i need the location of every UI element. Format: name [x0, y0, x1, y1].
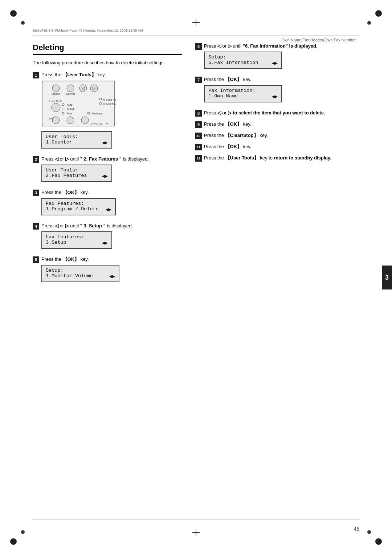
step-10-num: 10	[195, 133, 202, 139]
svg-text:Halftone: Halftone	[92, 112, 102, 115]
step-2-text: Press ◁ or ▷ until " 2. Fax Features " i…	[41, 156, 149, 162]
svg-point-1	[52, 85, 60, 92]
inner-mark-tr	[367, 21, 371, 25]
step-7-text: Press the 【OK】 key.	[204, 76, 252, 83]
svg-text:Option: Option	[52, 92, 60, 96]
step-7-num: 7	[195, 77, 202, 83]
file-info: StellaF1EN-3_FM.book Page 45 Monday, Nov…	[33, 28, 143, 32]
svg-text:↵: ↵	[106, 122, 109, 125]
step-11: 11 Press the 【OK】 key.	[195, 143, 356, 150]
crosshair-top-center	[192, 19, 200, 26]
step-8: 8 Press ◁ or ▷ to select the item that y…	[195, 110, 356, 117]
corner-mark-tr	[375, 10, 382, 17]
step-1: 1 Press the 【User Tools】 key. Option Can…	[33, 72, 182, 151]
step-6-text: Press ◁ or ▷ until "6. Fax Information" …	[204, 43, 318, 49]
step-3-num: 3	[33, 190, 39, 196]
svg-point-14	[52, 103, 60, 112]
step-2-num: 2	[33, 156, 39, 163]
step-12-num: 12	[195, 155, 202, 162]
svg-text:🖨 Load Paper: 🖨 Load Paper	[102, 98, 116, 101]
step-10-header: 10 Press the 【Clear/Stop】 key.	[195, 132, 356, 139]
display-step6: Setup: 6.Fax Information ◀▶	[204, 52, 282, 69]
step-5-text: Press the 【OK】 key.	[41, 256, 89, 263]
step-8-text: Press ◁ or ▷ to select the item that you…	[204, 110, 325, 116]
svg-text:Fine: Fine	[67, 112, 72, 115]
tab-label: 3	[385, 274, 389, 281]
step-1-text: Press the 【User Tools】 key.	[41, 72, 106, 78]
step-5: 5 Press the 【OK】 key. Setup: 1.Monitor V…	[33, 256, 182, 285]
display-step2-line2: 2.Fax Features ◀▶	[46, 173, 108, 179]
svg-point-3	[67, 85, 74, 92]
svg-point-26	[81, 117, 89, 124]
step-2-header: 2 Press ◁ or ▷ until " 2. Fax Features "…	[33, 156, 182, 163]
display-step7-line1: Fax Information:	[208, 88, 278, 93]
step-4: 4 Press ◁ or ▷ until " 3. Setup " is dis…	[33, 223, 182, 252]
step-6-header: 6 Press ◁ or ▷ until "6. Fax Information…	[195, 43, 356, 50]
step-2: 2 Press ◁ or ▷ until " 2. Fax Features "…	[33, 156, 182, 185]
svg-text:◁: ◁	[82, 86, 85, 90]
step-9-header: 9 Press the 【OK】 key.	[195, 121, 356, 128]
svg-point-25	[67, 117, 74, 124]
step-11-num: 11	[195, 144, 202, 150]
display-step6-line2: 6.Fax Information ◀▶	[208, 60, 278, 66]
display-step6-line1: Setup:	[208, 54, 278, 60]
step-7: 7 Press the 【OK】 key. Fax Information: 1…	[195, 76, 356, 105]
svg-text:User Tools: User Tools	[49, 100, 62, 103]
display-step4-line1: Fax Features:	[46, 234, 108, 240]
display-step4: Fax Features: 3.Setup ◀▶	[41, 231, 112, 249]
footer-line	[33, 519, 359, 519]
step-12-header: 12 Press the 【User Tools】 key to return …	[195, 155, 356, 162]
step-10: 10 Press the 【Clear/Stop】 key.	[195, 132, 356, 139]
step-9-num: 9	[195, 121, 202, 128]
corner-mark-br	[375, 538, 382, 545]
svg-text:Auto: Auto	[67, 103, 72, 106]
inner-mark-tl	[21, 21, 25, 25]
step-4-header: 4 Press ◁ or ▷ until " 3. Setup " is dis…	[33, 223, 182, 230]
step-10-text: Press the 【Clear/Stop】 key.	[204, 132, 268, 139]
step-6-num: 6	[195, 43, 202, 50]
inner-mark-br	[367, 530, 371, 534]
header-right-label: Own Name/Fax Header/Own Fax Number	[33, 38, 356, 42]
display-step1-line2: 1.Counter ◀▶	[46, 139, 108, 146]
display-step7: Fax Information: 1.Own Name ◀▶	[204, 85, 282, 102]
step-9-text: Press the 【OK】 key.	[204, 121, 252, 127]
svg-text:ZFWS145E: ZFWS145E	[90, 122, 103, 125]
step-4-num: 4	[33, 223, 39, 230]
svg-text:Cancel: Cancel	[66, 92, 75, 96]
page-number: 45	[354, 526, 359, 532]
display-step1: User Tools: 1.Counter ◀▶	[41, 131, 112, 149]
corner-mark-tl	[10, 10, 17, 17]
step-11-text: Press the 【OK】 key.	[204, 143, 252, 150]
display-step1-arrow: ◀▶	[102, 139, 108, 146]
step-3-text: Press the 【OK】 key.	[41, 189, 89, 196]
display-step5-line1: Setup:	[46, 268, 115, 273]
device-svg: Option Cancel ◁ ▷ 🖨 Load Paper 🖨 Add Ton…	[41, 80, 116, 127]
step-6: 6 Press ◁ or ▷ until "6. Fax Information…	[195, 43, 356, 72]
section-title: Deleting	[33, 43, 182, 55]
right-column: 6 Press ◁ or ▷ until "6. Fax Information…	[189, 43, 356, 526]
display-step1-line1: User Tools:	[46, 134, 108, 139]
display-step5: Setup: 1.Monitor Volume ◀▶	[41, 265, 119, 282]
page-header: StellaF1EN-3_FM.book Page 45 Monday, Nov…	[33, 28, 359, 32]
step-4-text: Press ◁ or ▷ until " 3. Setup " is displ…	[41, 223, 133, 229]
step-3-header: 3 Press the 【OK】 key.	[33, 189, 182, 196]
step-12-text: Press the 【User Tools】 key to return to …	[204, 155, 331, 161]
main-content: Deleting The following procedure describ…	[33, 43, 356, 526]
step-12: 12 Press the 【User Tools】 key to return …	[195, 155, 356, 162]
display-step7-line2: 1.Own Name ◀▶	[208, 93, 278, 100]
crosshair-bottom-center	[192, 529, 200, 536]
tab-marker: 3	[382, 266, 392, 289]
svg-point-24	[52, 117, 60, 124]
header-line	[33, 36, 359, 36]
step-3: 3 Press the 【OK】 key. Fax Features: 1.Pr…	[33, 189, 182, 218]
step-11-header: 11 Press the 【OK】 key.	[195, 143, 356, 150]
svg-text:🖨 Add Toner: 🖨 Add Toner	[102, 102, 116, 106]
step-1-num: 1	[33, 72, 39, 78]
display-step2-line1: User Tools:	[46, 167, 108, 173]
step-5-num: 5	[33, 256, 39, 263]
corner-mark-bl	[10, 538, 17, 545]
step-8-num: 8	[195, 110, 202, 117]
svg-text:▷: ▷	[93, 86, 96, 90]
step-8-header: 8 Press ◁ or ▷ to select the item that y…	[195, 110, 356, 117]
inner-mark-bl	[21, 530, 25, 534]
